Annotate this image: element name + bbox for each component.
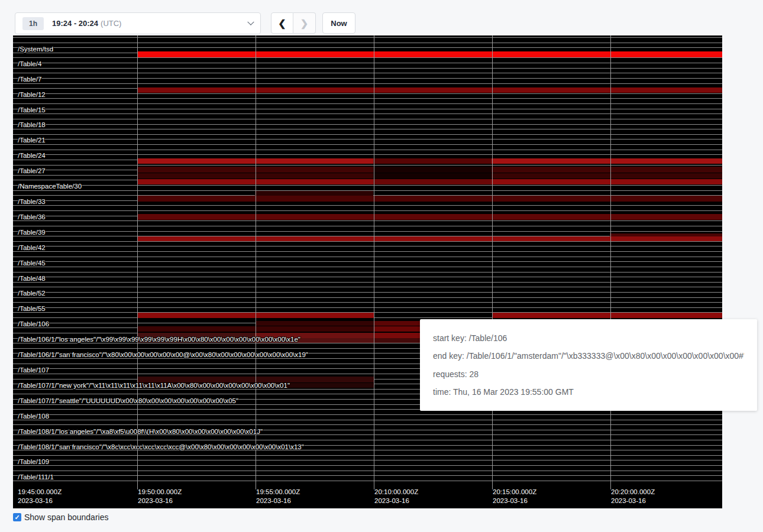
span-boundary-line [13, 47, 722, 48]
row-label: /Table/33 [18, 197, 46, 206]
span-boundary-line [13, 210, 722, 211]
now-button[interactable]: Now [322, 12, 355, 34]
heat-band [492, 179, 722, 184]
row-label: /Table/107/1/"new york"/"\x11\x11\x11\x1… [18, 381, 290, 390]
span-boundary-line [13, 129, 722, 129]
time-gridline [610, 35, 611, 485]
span-boundary-line [13, 165, 722, 166]
time-range-text: 19:24 - 20:24 [52, 19, 98, 28]
row-label: /Table/111/1 [18, 473, 54, 481]
span-boundary-line [13, 109, 722, 109]
span-boundary-line [13, 261, 722, 262]
span-boundary-line [13, 231, 722, 232]
span-boundary-line [13, 37, 722, 38]
row-label: /Table/39 [18, 228, 46, 236]
span-boundary-line [13, 73, 722, 73]
axis-date-label: 2023-03-16 [611, 497, 646, 504]
span-boundary-line [13, 78, 722, 79]
keyvis-canvas[interactable]: /System/tsd/Table/4/Table/7/Table/12/Tab… [13, 35, 722, 508]
tooltip-line: time: Thu, 16 Mar 2023 19:55:00 GMT [433, 387, 744, 397]
tooltip-line: requests: 28 [433, 369, 744, 379]
row-label: /Table/24 [18, 151, 46, 160]
span-boundary-line [13, 302, 722, 303]
span-boundary-line [13, 455, 722, 456]
span-boundary-line [13, 150, 722, 150]
span-boundary-line [13, 257, 722, 257]
span-boundary-line [13, 424, 722, 425]
show-span-boundaries-control[interactable]: ✓ Show span boundaries [13, 512, 108, 522]
heat-band [374, 326, 420, 332]
keyvis-tooltip: start key: /Table/106end key: /Table/106… [420, 319, 757, 411]
span-boundary-line [13, 98, 722, 99]
axis-date-label: 2023-03-16 [493, 497, 528, 504]
show-span-boundaries-checkbox[interactable]: ✓ [13, 513, 21, 521]
row-label: /Table/21 [18, 136, 46, 144]
row-label: /Table/109 [18, 458, 49, 466]
axis-time-label: 19:50:00.000Z [138, 488, 182, 495]
heat-band [374, 321, 420, 326]
time-gridline [374, 35, 374, 485]
row-label: /Table/106/1/"los angeles"/"\x99\x99\x99… [18, 335, 300, 343]
next-range-button[interactable]: ❯ [293, 12, 316, 34]
heat-band [374, 333, 420, 338]
span-boundary-line [13, 420, 722, 420]
row-label: /Table/52 [18, 289, 46, 297]
row-label: /Table/106/1/"san francisco"/"\x80\x00\x… [18, 351, 308, 359]
heat-band [373, 173, 492, 179]
tooltip-line: start key: /Table/106 [433, 333, 744, 343]
span-boundary-line [13, 63, 722, 63]
axis-date-label: 2023-03-16 [374, 497, 409, 504]
tooltip-line: end key: /Table/106/1/"amsterdam"/"\xb33… [433, 351, 744, 361]
span-boundary-line [13, 267, 722, 267]
span-boundary-line [13, 292, 722, 293]
row-label: /Table/108 [18, 412, 49, 420]
span-boundary-line [13, 154, 722, 155]
row-label: /Table/107/1/"seattle"/"UUUUUUD\x00\x80\… [18, 397, 238, 405]
span-boundary-line [13, 440, 722, 440]
row-label: /System/tsd [18, 45, 53, 53]
heat-band [492, 167, 722, 173]
row-label: /Table/18 [18, 121, 46, 129]
span-boundary-line [13, 93, 722, 94]
heat-band [374, 338, 420, 343]
heat-band [373, 179, 492, 184]
row-label: /Table/27 [18, 167, 46, 175]
axis-date-label: 2023-03-16 [138, 497, 173, 504]
span-boundary-line [13, 287, 722, 287]
row-label: /Table/42 [18, 244, 46, 252]
span-boundary-line [13, 134, 722, 135]
span-boundary-line [13, 282, 722, 283]
span-boundary-line [13, 460, 722, 460]
heat-band [255, 191, 373, 196]
heat-band [137, 87, 722, 93]
time-gridline [492, 35, 493, 485]
axis-date-label: 2023-03-16 [256, 497, 291, 504]
row-label: /Table/108/1/"san francisco"/"\x8c\xcc\x… [18, 443, 304, 451]
span-boundary-line [13, 57, 722, 58]
heat-band [137, 51, 722, 57]
time-gridline [256, 35, 256, 485]
span-boundary-line [13, 471, 722, 471]
span-boundary-line [13, 124, 722, 125]
row-label: /Table/36 [18, 213, 46, 221]
span-boundary-line [13, 220, 722, 221]
row-label: /Table/106 [18, 320, 49, 328]
axis-time-label: 20:20:00.000Z [611, 488, 655, 495]
span-boundary-line [13, 144, 722, 145]
prev-range-button[interactable]: ❮ [271, 12, 293, 34]
span-boundary-line [13, 83, 722, 84]
span-boundary-line [13, 481, 722, 481]
span-boundary-line [13, 139, 722, 140]
row-label: /Table/55 [18, 304, 46, 313]
heat-band [137, 214, 722, 220]
span-boundary-line [13, 251, 722, 252]
span-boundary-line [13, 43, 722, 43]
key-visualizer-page: 1h 19:24 - 20:24 (UTC) ❮ ❯ Now /System/t… [0, 0, 763, 532]
time-range-select[interactable]: 1h 19:24 - 20:24 (UTC) [15, 12, 261, 34]
duration-badge: 1h [22, 17, 44, 30]
row-label: /Table/12 [18, 90, 46, 99]
heat-band [492, 173, 722, 179]
heat-band [137, 196, 722, 202]
row-label: /NamespaceTable/30 [18, 182, 82, 190]
axis-time-label: 19:45:00.000Z [18, 488, 62, 495]
